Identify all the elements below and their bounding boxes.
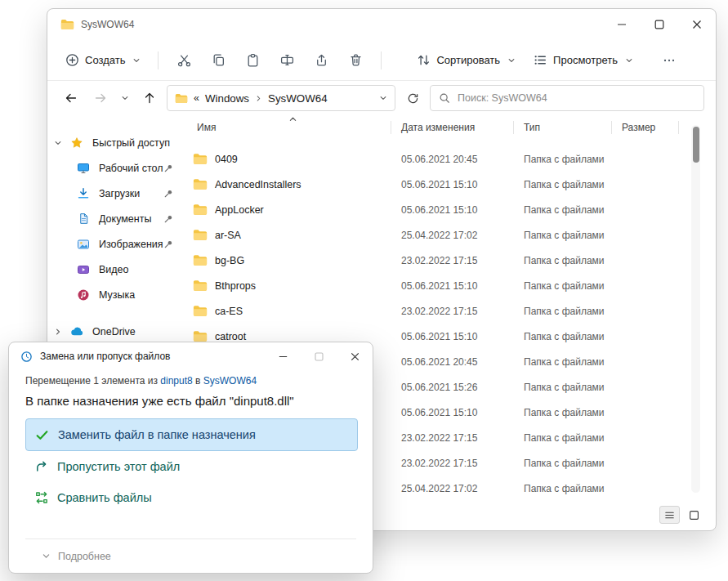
pin-icon — [163, 214, 173, 224]
sort-button[interactable]: Сортировать — [409, 47, 524, 74]
sidebar-item-pictures[interactable]: Изображения — [47, 231, 187, 257]
file-date: 23.02.2022 17:15 — [391, 432, 514, 444]
folder-icon — [193, 305, 208, 317]
file-name: 0409 — [215, 154, 238, 165]
rename-icon — [280, 53, 294, 67]
sort-button-label: Сортировать — [436, 54, 500, 66]
sidebar-section-label: Быстрый доступ — [92, 137, 170, 149]
breadcrumb-item-windows[interactable]: Windows — [205, 92, 249, 105]
maximize-button[interactable] — [301, 342, 337, 370]
scrollbar-thumb[interactable] — [693, 127, 699, 163]
move-middle: в — [193, 375, 203, 387]
rename-button[interactable] — [270, 47, 303, 74]
minimize-button[interactable] — [603, 9, 641, 40]
search-icon — [439, 92, 450, 104]
file-operation-icon — [20, 351, 33, 363]
clipboard-icon — [246, 53, 260, 67]
forward-button[interactable] — [88, 86, 113, 110]
conflict-message: В папке назначения уже есть файл "dinput… — [25, 394, 356, 408]
column-headers: Имя Дата изменения Тип Размер — [187, 115, 716, 140]
file-date: 23.02.2022 17:15 — [391, 255, 514, 266]
table-row[interactable]: 0409 05.06.2021 20:45 Папка с файлами — [187, 146, 716, 172]
file-type: Папка с файлами — [514, 204, 612, 216]
sidebar-item-downloads[interactable]: Загрузки — [47, 181, 187, 206]
scissors-icon — [177, 53, 191, 67]
sidebar-item-desktop[interactable]: Рабочий стол — [47, 155, 187, 181]
recent-locations-button[interactable] — [118, 86, 132, 110]
column-header-size[interactable]: Размер — [612, 115, 679, 140]
source-folder-link[interactable]: dinput8 — [160, 375, 192, 387]
sidebar-item-videos[interactable]: Видео — [47, 257, 187, 282]
file-name-cell: bg-BG — [187, 254, 391, 266]
share-button[interactable] — [305, 47, 337, 74]
new-button-label: Создать — [85, 54, 125, 66]
pin-icon — [163, 163, 173, 173]
search-input[interactable] — [458, 92, 695, 104]
desktop-icon — [75, 162, 92, 175]
pin-icon — [163, 189, 173, 199]
table-row[interactable]: AppLocker 05.06.2021 15:10 Папка с файла… — [187, 197, 716, 222]
breadcrumb: « Windows SysWOW64 — [167, 85, 395, 111]
sidebar-item-label: Видео — [99, 264, 129, 275]
paste-button[interactable] — [236, 47, 269, 74]
maximize-button[interactable] — [641, 9, 678, 40]
table-row[interactable]: ca-ES 23.02.2022 17:15 Папка с файлами — [187, 298, 716, 324]
chevron-down-icon[interactable] — [47, 139, 69, 147]
skip-file-option[interactable]: Пропустить этот файл — [25, 451, 356, 482]
address-dropdown-icon[interactable] — [379, 94, 387, 102]
chevron-right-icon[interactable] — [255, 95, 262, 102]
table-row[interactable]: AdvancedInstallers 05.06.2021 15:10 Папк… — [187, 172, 716, 197]
star-icon — [69, 136, 85, 150]
folder-icon — [193, 279, 208, 292]
documents-icon — [75, 212, 92, 225]
breadcrumb-overflow[interactable]: « — [194, 92, 199, 104]
column-header-date[interactable]: Дата изменения — [391, 115, 514, 140]
copy-button[interactable] — [202, 47, 234, 74]
dialog-window-controls — [265, 342, 373, 370]
minimize-button[interactable] — [265, 342, 301, 370]
file-date: 05.06.2021 15:10 — [391, 280, 514, 292]
close-button[interactable] — [337, 342, 373, 370]
file-date: 23.02.2022 17:15 — [391, 306, 514, 317]
more-options-button[interactable] — [653, 47, 686, 74]
replace-file-option[interactable]: Заменить файл в папке назначения — [25, 418, 358, 451]
window-title: SysWOW64 — [81, 19, 134, 30]
file-type: Папка с файлами — [514, 179, 612, 190]
table-row[interactable]: bg-BG 23.02.2022 17:15 Папка с файлами — [187, 248, 716, 273]
file-date: 05.06.2021 15:26 — [391, 382, 514, 393]
file-type: Папка с файлами — [514, 306, 612, 317]
vertical-scrollbar[interactable] — [691, 125, 700, 493]
delete-button[interactable] — [339, 47, 372, 74]
table-row[interactable]: Bthprops 05.06.2021 15:10 Папка с файлам… — [187, 273, 716, 298]
sidebar-section-quick-access[interactable]: Быстрый доступ — [47, 130, 187, 155]
file-type: Папка с файлами — [514, 382, 612, 393]
compare-files-option[interactable]: Сравнить файлы — [25, 482, 356, 513]
sidebar-item-label: OneDrive — [92, 326, 136, 337]
refresh-button[interactable] — [400, 86, 425, 110]
chevron-right-icon[interactable] — [47, 328, 69, 336]
new-button[interactable]: Создать — [57, 47, 149, 74]
move-prefix: Перемещение 1 элемента из — [25, 375, 160, 387]
large-icons-view-button[interactable] — [684, 506, 704, 524]
up-button[interactable] — [137, 86, 162, 110]
replace-skip-dialog: Замена или пропуск файлов Перемещение 1 … — [8, 342, 373, 574]
table-row[interactable]: ar-SA 25.04.2022 17:02 Папка с файлами — [187, 222, 716, 248]
sidebar-item-music[interactable]: Музыка — [47, 282, 187, 307]
sidebar-item-documents[interactable]: Документы — [47, 206, 187, 231]
file-name: catroot — [215, 331, 246, 342]
view-button[interactable]: Просмотреть — [525, 47, 641, 74]
sidebar-item-onedrive[interactable]: OneDrive — [47, 319, 187, 344]
sort-icon — [417, 53, 431, 67]
destination-folder-link[interactable]: SysWOW64 — [203, 375, 257, 387]
pin-icon — [163, 239, 173, 249]
close-button[interactable] — [678, 9, 716, 40]
details-toggle[interactable]: Подробнее — [25, 539, 356, 573]
details-view-button[interactable] — [659, 506, 680, 524]
file-type: Папка с файлами — [514, 458, 612, 469]
breadcrumb-item-syswow64[interactable]: SysWOW64 — [268, 92, 328, 105]
back-button[interactable] — [59, 86, 83, 110]
search-box — [430, 85, 704, 111]
cut-button[interactable] — [167, 47, 200, 74]
column-header-type[interactable]: Тип — [514, 115, 612, 140]
view-switcher — [659, 506, 704, 524]
